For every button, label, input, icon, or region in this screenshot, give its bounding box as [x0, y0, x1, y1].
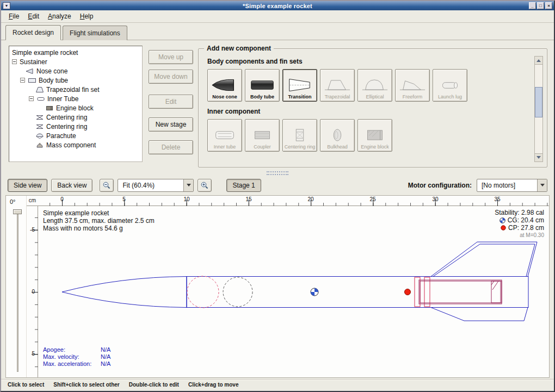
add-body-tube-button[interactable]: Body tube [245, 69, 280, 102]
tree-item-nose-cone[interactable]: Nose cone [9, 66, 142, 76]
inner-tube-icon [211, 127, 239, 143]
rotation-slider-thumb[interactable] [13, 209, 22, 214]
zoom-out-icon [102, 181, 111, 190]
flight-data: Apogee:N/A Max. velocity:N/A Max. accele… [43, 346, 110, 368]
scroll-up-button[interactable] [535, 57, 542, 65]
tree-item-body-tube[interactable]: Body tube [9, 76, 142, 85]
add-transition-button[interactable]: Transition [282, 69, 317, 102]
tree-item-engine-block[interactable]: Engine block [9, 103, 142, 113]
launch-lug-icon [436, 77, 464, 93]
stage-1-toggle[interactable]: Stage 1 [226, 179, 261, 192]
component-button-label: Body tube [250, 94, 274, 99]
mach-condition: at M=0.30 [495, 232, 544, 239]
minimize-button[interactable]: _ [529, 2, 536, 9]
move-down-button[interactable]: Move down [149, 70, 193, 84]
menu-edit[interactable]: Edit [23, 11, 44, 22]
arrow-down-icon [536, 156, 541, 161]
scrollbar-thumb[interactable] [535, 87, 542, 117]
zoom-value: Fit (60.4%) [118, 179, 159, 191]
edit-button[interactable]: Edit [149, 95, 193, 109]
window-menu-icon[interactable]: ▼ [3, 2, 10, 9]
ruler-tick-label: 10 [181, 196, 192, 202]
elliptical-fin-icon [361, 77, 389, 93]
new-stage-button[interactable]: New stage [149, 117, 193, 132]
add-elliptical-fin-button[interactable]: Elliptical [357, 69, 392, 102]
tree-item-sustainer[interactable]: Sustainer [9, 57, 142, 66]
tab-rocket-design[interactable]: Rocket design [5, 25, 61, 40]
dropdown-arrow [183, 179, 193, 191]
collapse-toggle-icon[interactable] [20, 78, 25, 83]
tree-item-rocket[interactable]: Simple example rocket [9, 48, 142, 57]
transition-icon [286, 77, 314, 93]
move-up-button[interactable]: Move up [149, 50, 193, 64]
tree-item-centering-ring-2[interactable]: Centering ring [9, 122, 142, 131]
zoom-out-button[interactable] [100, 179, 114, 192]
inner-tube-icon [36, 96, 45, 102]
add-nose-cone-button[interactable]: Nose cone [207, 69, 242, 102]
add-launch-lug-button[interactable]: Launch lug [433, 69, 467, 102]
nose-cone-icon [211, 77, 239, 93]
collapse-toggle-icon[interactable] [12, 59, 17, 64]
bulkhead-icon [323, 127, 351, 143]
tree-item-parachute[interactable]: Parachute [9, 131, 142, 140]
add-centering-ring-button[interactable]: Centering ring [282, 119, 317, 152]
add-bulkhead-button[interactable]: Bulkhead [320, 119, 355, 152]
zoom-select[interactable]: Fit (60.4%) [118, 179, 194, 192]
rocket-view-panel: 0° cm 0 5 10 [5, 195, 550, 378]
rocket-dimensions: Length 37.5 cm, max. diameter 2.5 cm [43, 217, 155, 225]
add-freeform-fin-button[interactable]: Freeform [395, 69, 430, 102]
add-coupler-button[interactable]: Coupler [245, 119, 280, 152]
window-title: *Simple example rocket [1, 3, 554, 9]
menu-help[interactable]: Help [76, 11, 98, 22]
tree-item-centering-ring-1[interactable]: Centering ring [9, 113, 142, 122]
engine-block-icon [361, 127, 389, 143]
cg-marker [311, 288, 318, 296]
stability-value: Stability: 2.98 cal [495, 209, 544, 216]
ruler-tick-label: -5 [26, 227, 35, 233]
flight-data-label: Max. acceleration: [43, 360, 101, 368]
splitter-grip-icon [267, 171, 288, 175]
scroll-down-button[interactable] [535, 153, 542, 161]
ruler-tick-label: 0 [57, 196, 67, 202]
chevron-down-icon [187, 184, 191, 189]
menu-file[interactable]: File [4, 11, 23, 22]
side-view-button[interactable]: Side view [8, 179, 47, 192]
panel-splitter[interactable] [1, 170, 554, 176]
delete-button[interactable]: Delete [149, 140, 193, 154]
tree-item-label: Simple example rocket [12, 49, 78, 57]
add-inner-tube-button[interactable]: Inner tube [207, 119, 242, 152]
palette-scrollbar[interactable] [534, 56, 543, 162]
tree-item-inner-tube[interactable]: Inner Tube [9, 94, 142, 103]
rotation-slider-track[interactable] [17, 211, 18, 372]
centering-ring-icon [286, 127, 314, 143]
motor-configuration-select[interactable]: [No motors] [477, 179, 547, 192]
fin-set-icon [35, 86, 44, 93]
ruler-unit-label: cm [27, 196, 38, 206]
nose-cone-icon [26, 68, 34, 74]
add-trapezoidal-fin-button[interactable]: Trapezoidal [320, 69, 355, 102]
collapse-toggle-icon[interactable] [29, 96, 34, 101]
ruler-tick-label: 25 [367, 196, 378, 202]
flight-data-value: N/A [101, 346, 110, 353]
centering-ring-icon [35, 114, 44, 121]
ruler-tick-label: 15 [243, 196, 254, 202]
parachute-icon [35, 133, 44, 139]
cp-marker [405, 289, 411, 295]
cp-legend-icon [501, 225, 506, 231]
tree-item-mass-component[interactable]: Mass component [9, 140, 142, 150]
menu-analyze[interactable]: Analyze [44, 11, 76, 22]
tree-item-trapezoidal-fin-set[interactable]: Trapezoidal fin set [9, 85, 142, 94]
close-button[interactable]: × [545, 2, 552, 9]
add-engine-block-button[interactable]: Engine block [357, 119, 392, 152]
tree-item-label: Sustainer [20, 58, 47, 66]
rocket-canvas[interactable]: Simple example rocket Length 37.5 cm, ma… [38, 206, 549, 377]
zoom-in-button[interactable] [198, 179, 212, 192]
back-view-button[interactable]: Back view [51, 179, 92, 192]
tab-flight-simulations[interactable]: Flight simulations [63, 26, 127, 40]
maximize-button[interactable]: □ [537, 2, 544, 9]
component-button-label: Trapezoidal [325, 94, 350, 99]
hint-click-select: Click to select [8, 382, 44, 388]
vertical-ruler: -5 0 5 [27, 206, 38, 377]
ruler-tick-label: 5 [26, 351, 35, 357]
horizontal-ruler: 0 5 10 15 20 25 30 35 [38, 196, 549, 206]
